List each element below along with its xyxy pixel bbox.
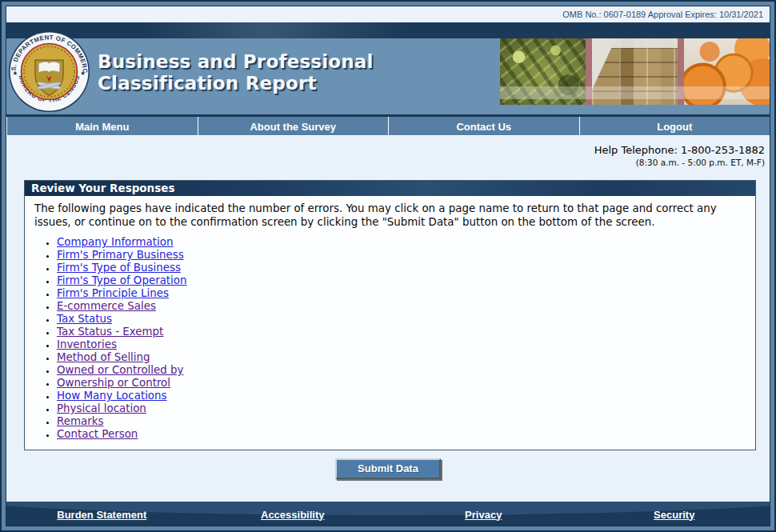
footer: Burden Statement Accessibility Privacy S… — [6, 502, 770, 526]
list-item: Tax Status — [57, 313, 747, 326]
nav-item-contact-us[interactable]: Contact Us — [388, 117, 579, 135]
link-ownership-or-control[interactable]: Ownership or Control — [57, 377, 170, 389]
link-firms-type-of-business[interactable]: Firm's Type of Business — [57, 262, 181, 274]
list-item: Physical location — [57, 402, 747, 415]
footer-link-privacy[interactable]: Privacy — [465, 509, 502, 521]
nav-item-label[interactable]: Main Menu — [75, 121, 129, 133]
link-remarks[interactable]: Remarks — [57, 415, 103, 427]
link-firms-principle-lines[interactable]: Firm's Principle Lines — [57, 287, 169, 299]
panel-body: The following pages have indicated the n… — [25, 196, 755, 450]
omb-approval-text: OMB No.: 0607-0189 Approval Expires: 10/… — [6, 6, 770, 22]
panel-title: Review Your Responses — [25, 181, 755, 196]
help-telephone-number: Help Telephone: 1-800-253-1882 — [6, 143, 765, 157]
link-firms-type-of-operation[interactable]: Firm's Type of Operation — [57, 274, 187, 286]
help-telephone: Help Telephone: 1-800-253-1882 (8:30 a.m… — [6, 143, 765, 168]
link-contact-person[interactable]: Contact Person — [57, 428, 138, 440]
list-item: Firm's Type of Operation — [57, 274, 747, 287]
nav-item-about-the-survey[interactable]: About the Survey — [198, 117, 389, 135]
list-item: Inventories — [57, 338, 747, 351]
page-inner-frame: OMB No.: 0607-0189 Approval Expires: 10/… — [6, 6, 770, 526]
link-firms-primary-business[interactable]: Firm's Primary Business — [57, 249, 184, 261]
link-owned-or-controlled-by[interactable]: Owned or Controlled by — [57, 364, 183, 376]
page: OMB No.: 0607-0189 Approval Expires: 10/… — [0, 0, 776, 532]
link-tax-status[interactable]: Tax Status — [57, 313, 112, 325]
submit-row: Submit Data — [6, 458, 770, 479]
photo-overlay-band — [500, 86, 770, 99]
main-navigation: Main Menu About the Survey Contact Us Lo… — [6, 117, 770, 136]
link-method-of-selling[interactable]: Method of Selling — [57, 351, 150, 363]
link-tax-status-exempt[interactable]: Tax Status - Exempt — [57, 326, 163, 338]
footer-link-burden-statement[interactable]: Burden Statement — [57, 509, 146, 521]
nav-item-label[interactable]: Contact Us — [456, 121, 511, 133]
list-item: E-commerce Sales — [57, 300, 747, 313]
link-e-commerce-sales[interactable]: E-commerce Sales — [57, 300, 156, 312]
nav-item-label[interactable]: About the Survey — [250, 121, 336, 133]
link-inventories[interactable]: Inventories — [57, 338, 117, 350]
submit-data-button[interactable]: Submit Data — [335, 458, 441, 479]
link-physical-location[interactable]: Physical location — [57, 402, 146, 414]
help-telephone-hours: (8:30 a.m. - 5:00 p.m. ET, M-F) — [6, 157, 765, 168]
list-item: Remarks — [57, 415, 747, 428]
error-page-list: Company Information Firm's Primary Busin… — [34, 236, 747, 441]
list-item: Owned or Controlled by — [57, 364, 747, 377]
census-bureau-seal-icon: U.S. DEPARTMENT OF COMMERCE BUREAU OF TH… — [8, 30, 90, 113]
svg-text:★: ★ — [13, 70, 18, 77]
header-banner: U.S. DEPARTMENT OF COMMERCE BUREAU OF TH… — [6, 38, 770, 114]
review-responses-panel: Review Your Responses The following page… — [24, 180, 756, 450]
link-company-information[interactable]: Company Information — [57, 236, 173, 248]
list-item: Tax Status - Exempt — [57, 326, 747, 338]
list-item: Firm's Principle Lines — [57, 287, 747, 300]
list-item: Method of Selling — [57, 351, 747, 364]
nav-item-logout[interactable]: Logout — [579, 117, 770, 135]
list-item: How Many Locations — [57, 390, 747, 402]
list-item: Company Information — [57, 236, 747, 249]
footer-link-accessibility[interactable]: Accessibility — [261, 509, 325, 521]
footer-link-security[interactable]: Security — [654, 509, 694, 521]
nav-item-main-menu[interactable]: Main Menu — [6, 117, 198, 135]
instructions-text: The following pages have indicated the n… — [34, 202, 747, 229]
list-item: Contact Person — [57, 428, 747, 441]
link-how-many-locations[interactable]: How Many Locations — [57, 390, 167, 402]
nav-item-label[interactable]: Logout — [657, 121, 692, 133]
content-area: Help Telephone: 1-800-253-1882 (8:30 a.m… — [6, 136, 770, 502]
list-item: Ownership or Control — [57, 377, 747, 390]
svg-text:★: ★ — [80, 70, 85, 77]
header-navy-band — [6, 22, 770, 38]
list-item: Firm's Type of Business — [57, 262, 747, 274]
list-item: Firm's Primary Business — [57, 249, 747, 262]
